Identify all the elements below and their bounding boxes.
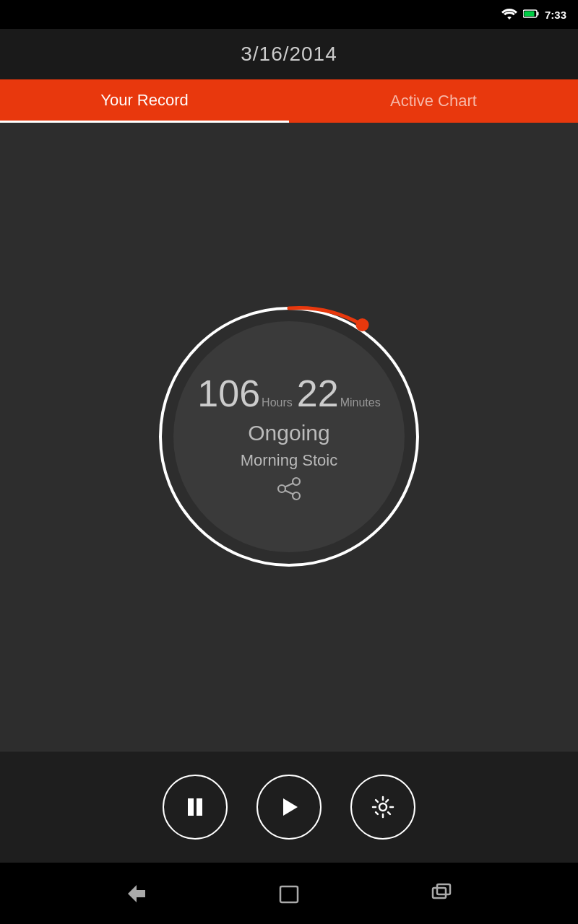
svg-rect-1: [537, 12, 538, 15]
svg-rect-10: [197, 798, 202, 816]
date-text: 3/16/2014: [241, 43, 337, 66]
home-icon: [276, 881, 302, 907]
home-button[interactable]: [276, 881, 302, 907]
status-time: 7:33: [545, 9, 566, 21]
battery-icon: [523, 9, 539, 21]
timer-status: Ongoing: [248, 421, 329, 445]
svg-point-6: [278, 485, 285, 492]
play-icon: [277, 796, 301, 819]
circle-inner: 106 Hours 22 Minutes Ongoing Morning Sto…: [173, 321, 405, 552]
svg-line-8: [285, 491, 293, 494]
wifi-icon: [501, 8, 517, 22]
share-button[interactable]: [276, 476, 302, 502]
hours-label: Hours: [262, 396, 293, 409]
nav-bar: [0, 863, 578, 924]
pause-icon: [184, 796, 207, 819]
svg-point-12: [379, 803, 387, 811]
timer-arc-dot: [356, 318, 369, 331]
svg-point-4: [293, 478, 300, 485]
hours-value: 106: [197, 372, 260, 415]
svg-marker-11: [283, 798, 298, 816]
minutes-label: Minutes: [340, 396, 381, 409]
tab-your-record-label: Your Record: [100, 91, 188, 110]
time-display: 106 Hours 22 Minutes: [197, 372, 380, 415]
settings-icon: [371, 796, 394, 819]
svg-line-7: [285, 484, 293, 487]
activity-name: Morning Stoic: [241, 451, 338, 470]
circle-timer: 106 Hours 22 Minutes Ongoing Morning Sto…: [152, 300, 426, 574]
recents-button[interactable]: [430, 881, 456, 907]
status-bar: 7:33: [0, 0, 578, 29]
settings-button[interactable]: [350, 775, 415, 840]
share-icon: [276, 476, 302, 502]
bottom-controls: [0, 751, 578, 863]
tab-your-record[interactable]: Your Record: [0, 79, 289, 123]
svg-rect-2: [524, 11, 534, 16]
pause-button[interactable]: [163, 775, 228, 840]
back-button[interactable]: [122, 881, 148, 907]
back-icon: [122, 881, 148, 907]
svg-rect-13: [280, 886, 298, 902]
svg-rect-15: [437, 884, 450, 894]
main-content: 106 Hours 22 Minutes Ongoing Morning Sto…: [0, 123, 578, 751]
play-button[interactable]: [256, 775, 322, 840]
minutes-value: 22: [297, 372, 339, 415]
tab-bar: Your Record Active Chart: [0, 79, 578, 123]
date-bar: 3/16/2014: [0, 29, 578, 79]
svg-rect-14: [433, 888, 446, 898]
tab-active-chart[interactable]: Active Chart: [289, 79, 578, 123]
svg-point-5: [293, 492, 300, 500]
svg-rect-9: [188, 798, 194, 816]
recents-icon: [430, 881, 456, 907]
tab-active-chart-label: Active Chart: [390, 92, 477, 110]
